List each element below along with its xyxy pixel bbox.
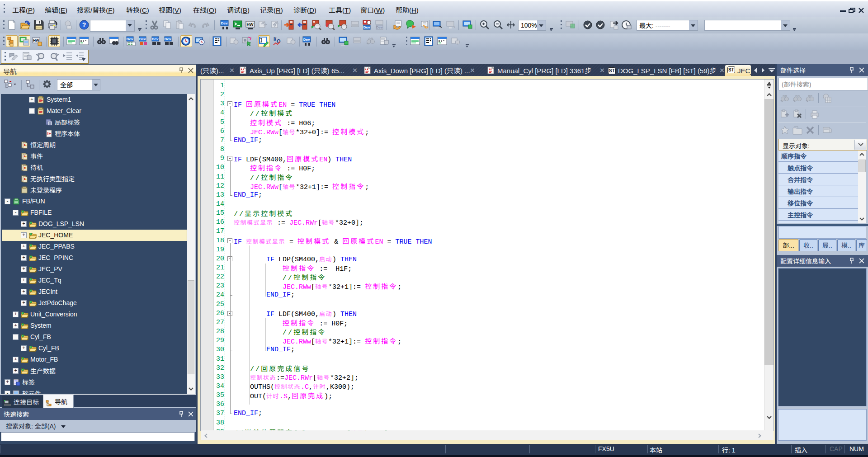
- svg-text:Dev: Dev: [303, 38, 310, 42]
- svg-text:ST: ST: [728, 67, 734, 72]
- svg-text:Dev: Dev: [376, 25, 383, 29]
- svg-text:Dev: Dev: [363, 25, 370, 29]
- svg-text:Dev: Dev: [165, 37, 171, 41]
- svg-text:Dev: Dev: [127, 37, 133, 41]
- svg-text:ST: ST: [609, 68, 615, 73]
- svg-text:?: ?: [82, 21, 86, 28]
- svg-text:HW: HW: [247, 22, 254, 27]
- svg-text:Dev: Dev: [221, 21, 228, 25]
- svg-text:Dev: Dev: [139, 37, 146, 41]
- svg-text:I/: I/: [274, 36, 276, 42]
- svg-text:Dev: Dev: [152, 37, 159, 41]
